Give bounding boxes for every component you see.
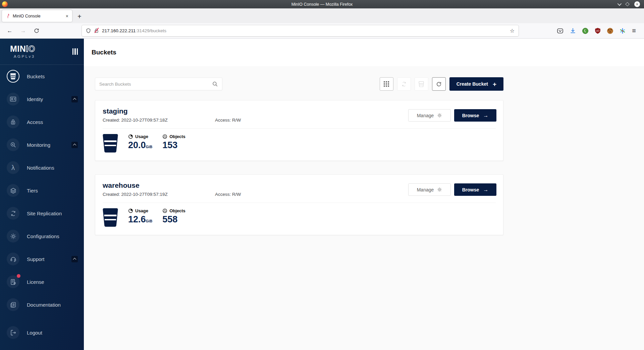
search-input[interactable] <box>99 82 212 87</box>
page-header: Buckets <box>84 39 644 66</box>
replication-icon <box>401 81 407 87</box>
logout-icon <box>7 326 19 339</box>
lock-icon <box>7 116 19 128</box>
usage-value: 20.0 <box>128 140 146 150</box>
bucket-card-warehouse[interactable]: warehouse Created: 2022-10-27T09:57:19Z … <box>95 174 503 235</box>
manage-button[interactable]: Manage <box>408 109 451 122</box>
usage-value: 12.6 <box>128 214 146 224</box>
sidebar-item-monitoring[interactable]: Monitoring <box>0 133 84 156</box>
manage-label: Manage <box>417 187 434 192</box>
tracking-shield-icon[interactable] <box>86 28 91 34</box>
usage-label: Usage <box>135 208 148 213</box>
delete-bucket-icon <box>419 81 424 87</box>
sidebar-item-notifications[interactable]: λ Notifications <box>0 156 84 179</box>
divider <box>103 128 496 129</box>
sidebar-item-label: Configurations <box>27 233 59 239</box>
search-box[interactable] <box>95 78 222 90</box>
reload-icon[interactable] <box>32 28 41 34</box>
sidebar-item-identity[interactable]: Identity <box>0 88 84 111</box>
tab-close-icon[interactable]: × <box>65 13 69 19</box>
bucket-access: Access: R/W <box>215 192 241 197</box>
buckets-toolbar: Create Bucket + <box>95 77 503 91</box>
browse-button[interactable]: Browse → <box>454 109 496 122</box>
sidebar-item-label: Monitoring <box>27 142 50 148</box>
objects-metric: Objects 153 <box>162 134 185 150</box>
sidebar-item-configurations[interactable]: Configurations <box>0 225 84 248</box>
bucket-access: Access: R/W <box>215 118 241 123</box>
hamburger-menu-icon[interactable]: ≡ <box>632 27 636 35</box>
new-tab-button[interactable]: + <box>77 13 82 20</box>
objects-label: Objects <box>169 134 185 139</box>
privacy-extension-icon[interactable] <box>582 28 588 34</box>
back-icon[interactable]: ← <box>5 28 14 34</box>
objects-label: Objects <box>169 208 185 213</box>
sidebar-item-documentation[interactable]: Documentation <box>0 293 84 316</box>
colorful-asterisk-icon[interactable] <box>619 28 626 34</box>
sidebar-logo-area: MINIO AGPLv3 <box>0 39 84 65</box>
window-titlebar: MinIO Console — Mozilla Firefox × <box>0 0 644 8</box>
sidebar-item-label: Site Replication <box>27 211 62 216</box>
downloads-icon[interactable] <box>570 28 576 34</box>
objects-value: 558 <box>162 215 185 225</box>
sidebar-collapse-icon[interactable] <box>72 48 78 55</box>
sidebar-item-label: Logout <box>27 330 42 336</box>
license-edition-label: AGPLv3 <box>14 54 35 58</box>
bucket-icon-large <box>103 208 118 227</box>
chevron-up-icon[interactable] <box>71 256 78 262</box>
refresh-button[interactable] <box>432 77 446 91</box>
gear-icon <box>437 113 442 118</box>
ublock-shield-icon[interactable]: uO <box>594 28 601 34</box>
buckets-content: Create Bucket + staging Created: 2022-10… <box>84 66 644 350</box>
sidebar-item-tiers[interactable]: Tiers <box>0 179 84 202</box>
tab-minio-console[interactable]: MinIO Console × <box>2 10 72 22</box>
license-document-icon <box>7 275 19 288</box>
sidebar-item-label: Support <box>27 256 45 262</box>
insecure-lock-icon[interactable] <box>94 28 99 34</box>
sidebar: MINIO AGPLv3 Buckets Identity <box>0 39 84 350</box>
headset-icon <box>7 253 19 265</box>
sidebar-item-license[interactable]: License <box>0 270 84 293</box>
sidebar-item-support[interactable]: Support <box>0 248 84 270</box>
usage-pie-icon <box>128 208 133 213</box>
url-bar[interactable]: 217.160.222.211:31429/buckets ☆ <box>82 25 519 36</box>
page-title: Buckets <box>92 49 116 56</box>
window-close-icon[interactable]: × <box>634 1 640 7</box>
sidebar-item-buckets[interactable]: Buckets <box>0 65 84 88</box>
usage-unit: GiB <box>146 145 153 149</box>
identity-card-icon <box>7 93 19 105</box>
sidebar-item-label: Documentation <box>27 302 61 308</box>
sync-arrows-icon <box>7 207 19 220</box>
sidebar-item-logout[interactable]: Logout <box>0 321 84 344</box>
sidebar-item-label: License <box>27 279 44 285</box>
bucket-created: Created: 2022-10-27T09:57:19Z <box>103 192 215 197</box>
usage-metric: Usage 12.6GiB <box>128 208 152 225</box>
window-minimize-icon[interactable] <box>618 2 622 6</box>
create-bucket-button[interactable]: Create Bucket + <box>449 77 503 91</box>
window-maximize-icon[interactable] <box>625 2 630 6</box>
url-host: 217.160.222.211 <box>102 28 136 33</box>
cookie-icon[interactable] <box>607 28 613 34</box>
search-icon <box>212 81 218 87</box>
sidebar-item-site-replication[interactable]: Site Replication <box>0 202 84 225</box>
create-bucket-label: Create Bucket <box>457 81 488 87</box>
url-text[interactable]: 217.160.222.211:31429/buckets <box>102 28 166 33</box>
chevron-up-icon[interactable] <box>71 96 78 102</box>
forward-icon: → <box>19 28 28 34</box>
grid-view-button[interactable] <box>380 77 393 91</box>
svg-text:uO: uO <box>596 29 600 32</box>
bucket-created: Created: 2022-10-27T09:57:18Z <box>103 118 215 123</box>
monitoring-magnifier-icon <box>7 138 19 151</box>
delete-buckets-button <box>415 77 428 91</box>
browse-button[interactable]: Browse → <box>454 183 496 196</box>
sidebar-item-access[interactable]: Access <box>0 111 84 133</box>
chevron-up-icon[interactable] <box>71 142 78 148</box>
manage-button[interactable]: Manage <box>408 183 451 196</box>
bookmark-star-icon[interactable]: ☆ <box>510 28 515 34</box>
browser-tab-bar: MinIO Console × + <box>0 8 644 23</box>
tab-title: MinIO Console <box>13 14 62 18</box>
sidebar-menu: Buckets Identity Access Monitoring <box>0 65 84 350</box>
pocket-icon[interactable] <box>557 28 564 34</box>
objects-icon <box>162 134 167 139</box>
objects-metric: Objects 558 <box>162 208 185 225</box>
bucket-card-staging[interactable]: staging Created: 2022-10-27T09:57:18Z Ac… <box>95 100 503 161</box>
